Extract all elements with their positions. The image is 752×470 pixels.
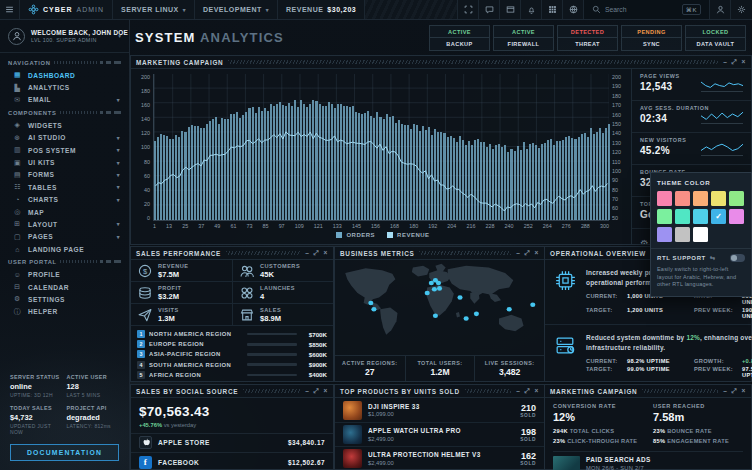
nav-menu-server-linux[interactable]: SERVER LINUX▾ bbox=[113, 0, 195, 19]
panel-maximize-button[interactable]: ⤢ bbox=[314, 388, 320, 395]
region-row-north-america-region[interactable]: 1NORTH AMERICA REGION$700K bbox=[131, 329, 333, 339]
panel-maximize-button[interactable]: ⤢ bbox=[732, 59, 738, 66]
sidebar-item-pos-system[interactable]: ▥POS SYSTEM▾ bbox=[0, 144, 129, 156]
status-badge-sync[interactable]: PENDINGSYNC bbox=[621, 25, 682, 51]
stat-card-avg-sess-duration[interactable]: AVG SESS. DURATION02:34 bbox=[632, 101, 751, 133]
status-badge-threat[interactable]: DETECTEDTHREAT bbox=[557, 25, 618, 51]
theme-swatch-3[interactable] bbox=[711, 191, 726, 206]
panel-minimize-button[interactable]: – bbox=[516, 250, 520, 257]
panel-minimize-button[interactable]: – bbox=[723, 388, 727, 395]
product-units: 210SOLD bbox=[520, 403, 536, 418]
stat-card-page-views[interactable]: PAGE VIEWS12,543 bbox=[632, 69, 751, 101]
sidebar-item-ui-kits[interactable]: ▣UI KITS▾ bbox=[0, 156, 129, 168]
sidebar-item-forms[interactable]: ▤FORMS▾ bbox=[0, 169, 129, 181]
rtl-support-title: RTL SUPPORT bbox=[657, 255, 706, 261]
sidebar-item-analytics[interactable]: ▙ANALYTICS bbox=[0, 81, 129, 93]
status-badge-backup[interactable]: ACTIVEBACKUP bbox=[429, 25, 490, 51]
theme-swatch-8[interactable]: ✓ bbox=[711, 209, 726, 224]
theme-swatch-4[interactable] bbox=[729, 191, 744, 206]
stat-card-new-visitors[interactable]: NEW VISITORS45.2% bbox=[632, 133, 751, 165]
map-dot bbox=[507, 307, 512, 312]
welcome-title: WELCOME BACK, JOHN DOE bbox=[31, 29, 112, 36]
sidebar-item-widgets[interactable]: ◈WIDGETS bbox=[0, 119, 129, 131]
sidebar-item-charts[interactable]: ◔CHARTS▾ bbox=[0, 194, 129, 206]
notifications-button[interactable] bbox=[521, 0, 542, 19]
theme-swatch-2[interactable] bbox=[693, 191, 708, 206]
stat-sub: LATENCY: 812ms bbox=[67, 423, 120, 429]
product-row-dji-inspire-33[interactable]: DJI INSPIRE 33$1,099.00210SOLD bbox=[335, 398, 544, 422]
panel-title: SALES PERFORMANCE bbox=[136, 250, 221, 257]
sidebar-item-profile[interactable]: ☺PROFILE bbox=[0, 268, 129, 280]
panel-close-button[interactable]: × bbox=[535, 250, 540, 257]
sidebar-item-label: POS SYSTEM bbox=[28, 147, 76, 154]
apps-grid-button[interactable] bbox=[542, 0, 563, 19]
region-row-south-america-region[interactable]: 4SOUTH AMERICA REGION$900K bbox=[131, 360, 333, 370]
paid-search-ad-row[interactable]: PAID SEARCH ADS MON 26/6 - SUN 2/7 bbox=[553, 451, 743, 470]
sidebar-item-email[interactable]: ✉EMAIL▾ bbox=[0, 94, 129, 106]
menu-toggle-button[interactable] bbox=[0, 0, 20, 19]
panel-close-button[interactable]: × bbox=[742, 59, 747, 66]
theme-swatch-6[interactable] bbox=[675, 209, 690, 224]
theme-swatch-0[interactable] bbox=[657, 191, 672, 206]
chart-plot-area[interactable] bbox=[153, 74, 609, 221]
sidebar-item-ai-studio[interactable]: ⊛AI STUDIO▾ bbox=[0, 132, 129, 144]
panel-maximize-button[interactable]: ⤢ bbox=[314, 250, 320, 257]
status-badge-data-vault[interactable]: LOCKEDDATA VAULT bbox=[685, 25, 746, 51]
sidebar-item-calendar[interactable]: ⊟CALENDAR bbox=[0, 281, 129, 293]
sidebar-item-map[interactable]: ◎MAP bbox=[0, 206, 129, 218]
settings-button[interactable] bbox=[731, 0, 752, 19]
nav-menu-revenue[interactable]: REVENUE$30,203 bbox=[278, 0, 365, 19]
brand[interactable]: CYBER ADMIN bbox=[20, 0, 113, 19]
panel-minimize-button[interactable]: – bbox=[723, 59, 727, 66]
panel-minimize-button[interactable]: – bbox=[305, 250, 309, 257]
kpi-label: REVENUE bbox=[158, 263, 189, 269]
panel-close-button[interactable]: × bbox=[324, 388, 329, 395]
sidebar-item-settings[interactable]: ⚙SETTINGS bbox=[0, 293, 129, 305]
product-row-apple-watch-ultra-pro[interactable]: APPLE WATCH ULTRA PRO$2,499.00198SOLD bbox=[335, 422, 544, 446]
panel-maximize-button[interactable]: ⤢ bbox=[525, 388, 531, 395]
social-row-facebook[interactable]: fFACEBOOK$12,502.67 bbox=[131, 452, 333, 470]
theme-swatch-1[interactable] bbox=[675, 191, 690, 206]
messages-button[interactable] bbox=[479, 0, 500, 19]
sidebar-item-tables[interactable]: ☷TABLES▾ bbox=[0, 181, 129, 193]
region-value: $400K bbox=[301, 371, 327, 378]
theme-swatch-9[interactable] bbox=[729, 209, 744, 224]
panel-minimize-button[interactable]: – bbox=[305, 388, 309, 395]
panel-maximize-button[interactable]: ⤢ bbox=[525, 250, 531, 257]
documentation-button[interactable]: DOCUMENTATION bbox=[10, 444, 119, 461]
window-button[interactable] bbox=[500, 0, 521, 19]
social-row-apple-store[interactable]: APPLE STORE$34,840.17 bbox=[131, 433, 333, 453]
panel-close-button[interactable]: × bbox=[535, 388, 540, 395]
panel-close-button[interactable]: × bbox=[742, 388, 747, 395]
status-badge-firewall[interactable]: ACTIVEFIREWALL bbox=[493, 25, 554, 51]
kpi-label: SALES bbox=[260, 307, 281, 313]
region-row-africa-region[interactable]: 5AFRICA REGION$400K bbox=[131, 370, 333, 380]
theme-swatch-7[interactable] bbox=[693, 209, 708, 224]
sidebar-item-layout[interactable]: ⊞LAYOUT▾ bbox=[0, 218, 129, 230]
theme-swatch-10[interactable] bbox=[657, 227, 672, 242]
region-row-europe-region[interactable]: 2EUROPE REGION$850K bbox=[131, 339, 333, 349]
header-ruler-decor bbox=[226, 251, 300, 255]
op-description: Reduced system downtime by 12%, enhancin… bbox=[586, 333, 752, 353]
user-welcome-card[interactable]: WELCOME BACK, JOHN DOE LVL 100. SUPER AD… bbox=[0, 20, 129, 53]
search-input[interactable] bbox=[605, 6, 678, 13]
sidebar-item-helper[interactable]: ⓘHELPER bbox=[0, 306, 129, 318]
panel-minimize-button[interactable]: – bbox=[516, 388, 520, 395]
theme-swatch-11[interactable] bbox=[675, 227, 690, 242]
theme-swatch-5[interactable] bbox=[657, 209, 672, 224]
sidebar-item-dashboard[interactable]: ▦DASHBOARD bbox=[0, 69, 129, 81]
nav-menu-development[interactable]: DEVELOPMENT▾ bbox=[195, 0, 278, 19]
square-decor bbox=[100, 61, 103, 64]
rtl-toggle[interactable] bbox=[730, 254, 745, 262]
panel-maximize-button[interactable]: ⤢ bbox=[732, 388, 738, 395]
region-row-asia-pacific-region[interactable]: 3ASIA-PACIFIC REGION$600K bbox=[131, 349, 333, 359]
language-button[interactable] bbox=[563, 0, 584, 19]
fullscreen-button[interactable] bbox=[458, 0, 479, 19]
profit-icon bbox=[138, 286, 152, 300]
sidebar-item-pages[interactable]: ▢PAGES▾ bbox=[0, 231, 129, 243]
product-row-ultra-protection-helmet-v3[interactable]: ULTRA PROTECTION HELMET V3$2,499.00162SO… bbox=[335, 446, 544, 470]
sidebar-item-landing-page[interactable]: ⌂LANDING PAGE bbox=[0, 243, 129, 255]
theme-swatch-12[interactable] bbox=[693, 227, 708, 242]
panel-close-button[interactable]: × bbox=[324, 250, 329, 257]
user-account-button[interactable] bbox=[710, 0, 731, 19]
